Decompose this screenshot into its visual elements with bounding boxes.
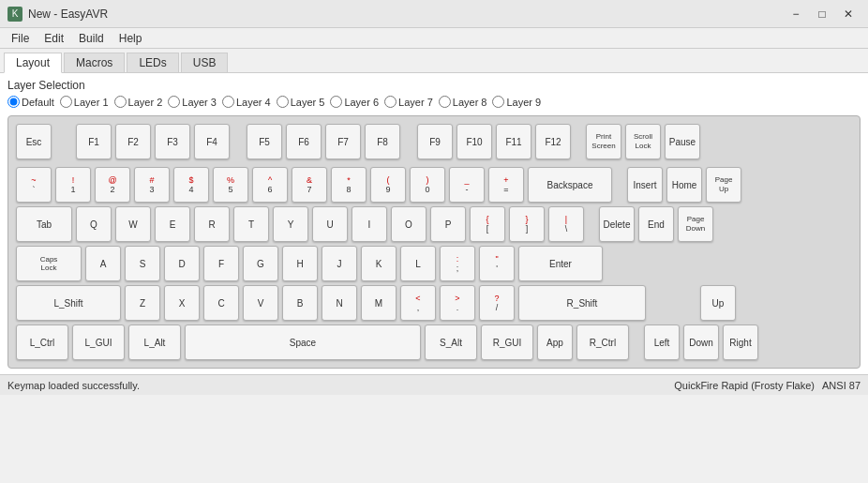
- key-d[interactable]: D: [164, 246, 200, 281]
- menu-edit[interactable]: Edit: [37, 30, 71, 47]
- key-f9[interactable]: F9: [417, 124, 453, 159]
- radio-layer4[interactable]: Layer 4: [222, 96, 271, 108]
- key-page-down[interactable]: PageDown: [678, 206, 713, 242]
- key-e[interactable]: E: [155, 206, 190, 242]
- key-ralt[interactable]: S_Alt: [425, 325, 477, 360]
- key-7[interactable]: & 7: [292, 167, 327, 203]
- menu-build[interactable]: Build: [71, 30, 112, 47]
- key-2[interactable]: @ 2: [95, 167, 130, 203]
- key-1[interactable]: ! 1: [55, 167, 91, 203]
- key-0[interactable]: ) 0: [410, 167, 445, 203]
- key-a[interactable]: A: [85, 246, 121, 281]
- key-end[interactable]: End: [638, 206, 674, 242]
- key-left[interactable]: Left: [644, 325, 680, 360]
- radio-default[interactable]: Default: [7, 96, 54, 108]
- key-b[interactable]: B: [282, 285, 318, 321]
- key-rctrl[interactable]: R_Ctrl: [576, 325, 629, 360]
- key-i[interactable]: I: [352, 206, 387, 242]
- radio-layer7[interactable]: Layer 7: [384, 96, 433, 108]
- radio-layer9[interactable]: Layer 9: [492, 96, 541, 108]
- maximize-button[interactable]: □: [810, 5, 834, 23]
- key-lctrl[interactable]: L_Ctrl: [16, 325, 68, 360]
- key-slash[interactable]: ? /: [479, 285, 515, 321]
- key-8[interactable]: * 8: [331, 167, 367, 203]
- key-home[interactable]: Home: [666, 167, 702, 203]
- key-down[interactable]: Down: [683, 325, 719, 360]
- key-f8[interactable]: F8: [365, 124, 400, 159]
- key-z[interactable]: Z: [125, 285, 160, 321]
- key-apostrophe[interactable]: " ': [479, 246, 515, 281]
- key-open-bracket[interactable]: { [: [470, 206, 505, 242]
- key-6[interactable]: ^ 6: [252, 167, 288, 203]
- key-s[interactable]: S: [125, 246, 160, 281]
- key-f2[interactable]: F2: [115, 124, 151, 159]
- radio-layer3[interactable]: Layer 3: [168, 96, 217, 108]
- key-m[interactable]: M: [361, 285, 397, 321]
- key-f1[interactable]: F1: [76, 124, 112, 159]
- menu-file[interactable]: File: [4, 30, 37, 47]
- key-right[interactable]: Right: [723, 325, 758, 360]
- key-insert[interactable]: Insert: [627, 167, 663, 203]
- key-up[interactable]: Up: [700, 285, 736, 321]
- key-f10[interactable]: F10: [456, 124, 492, 159]
- key-f3[interactable]: F3: [155, 124, 190, 159]
- key-esc[interactable]: Esc: [16, 124, 52, 159]
- key-space[interactable]: Space: [185, 325, 421, 360]
- key-scroll-lock[interactable]: ScrollLock: [625, 124, 661, 159]
- key-rgui[interactable]: R_GUI: [481, 325, 533, 360]
- key-backslash[interactable]: | \: [548, 206, 584, 242]
- radio-layer2[interactable]: Layer 2: [114, 96, 163, 108]
- key-close-bracket[interactable]: } ]: [509, 206, 545, 242]
- key-f4[interactable]: F4: [194, 124, 230, 159]
- close-button[interactable]: ✕: [836, 5, 861, 23]
- key-f7[interactable]: F7: [325, 124, 361, 159]
- key-3[interactable]: # 3: [134, 167, 170, 203]
- key-caps-lock[interactable]: CapsLock: [16, 246, 82, 281]
- key-semicolon[interactable]: : ;: [440, 246, 475, 281]
- radio-layer1[interactable]: Layer 1: [60, 96, 109, 108]
- minimize-button[interactable]: −: [784, 5, 808, 23]
- key-f6[interactable]: F6: [286, 124, 322, 159]
- key-c[interactable]: C: [203, 285, 239, 321]
- key-u[interactable]: U: [312, 206, 348, 242]
- tab-layout[interactable]: Layout: [4, 53, 62, 73]
- key-w[interactable]: W: [115, 206, 151, 242]
- key-x[interactable]: X: [164, 285, 200, 321]
- key-o[interactable]: O: [391, 206, 427, 242]
- key-rshift[interactable]: R_Shift: [518, 285, 646, 321]
- key-f[interactable]: F: [203, 246, 239, 281]
- radio-layer5[interactable]: Layer 5: [277, 96, 325, 108]
- key-delete[interactable]: Delete: [599, 206, 635, 242]
- key-j[interactable]: J: [322, 246, 357, 281]
- key-5[interactable]: % 5: [213, 167, 248, 203]
- key-f5[interactable]: F5: [247, 124, 282, 159]
- key-enter[interactable]: Enter: [518, 246, 603, 281]
- key-g[interactable]: G: [243, 246, 278, 281]
- key-app[interactable]: App: [537, 325, 573, 360]
- key-p[interactable]: P: [430, 206, 466, 242]
- menu-help[interactable]: Help: [112, 30, 150, 47]
- key-4[interactable]: $ 4: [173, 167, 209, 203]
- key-y[interactable]: Y: [273, 206, 308, 242]
- key-l[interactable]: L: [400, 246, 436, 281]
- key-period[interactable]: > .: [440, 285, 475, 321]
- key-lalt[interactable]: L_Alt: [128, 325, 181, 360]
- key-lgui[interactable]: L_GUI: [72, 325, 125, 360]
- key-tab[interactable]: Tab: [16, 206, 72, 242]
- key-page-up[interactable]: PageUp: [706, 167, 741, 203]
- key-q[interactable]: Q: [76, 206, 112, 242]
- key-h[interactable]: H: [282, 246, 318, 281]
- key-f11[interactable]: F11: [496, 124, 531, 159]
- key-n[interactable]: N: [322, 285, 357, 321]
- tab-leds[interactable]: LEDs: [127, 53, 178, 72]
- key-v[interactable]: V: [243, 285, 278, 321]
- key-r[interactable]: R: [194, 206, 230, 242]
- key-equals[interactable]: + =: [488, 167, 524, 203]
- key-f12[interactable]: F12: [535, 124, 571, 159]
- key-pause[interactable]: Pause: [665, 124, 700, 159]
- key-print-screen[interactable]: PrintScreen: [586, 124, 621, 159]
- key-k[interactable]: K: [361, 246, 397, 281]
- key-comma[interactable]: < ,: [400, 285, 436, 321]
- tab-macros[interactable]: Macros: [64, 53, 125, 72]
- key-tilde[interactable]: ~ `: [16, 167, 52, 203]
